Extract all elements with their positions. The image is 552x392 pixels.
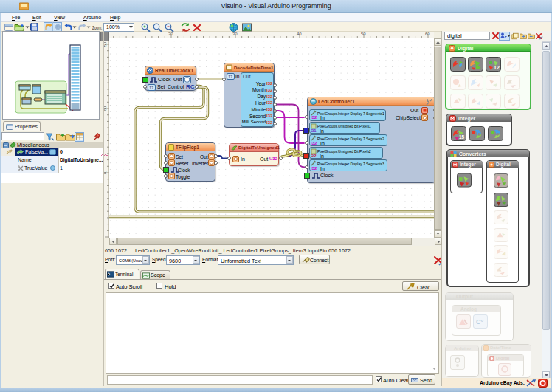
- svg-text:12: 12: [494, 65, 500, 70]
- svg-text:RC: RC: [186, 83, 195, 90]
- svg-text:17: 17: [149, 86, 153, 90]
- svg-text:15: 15: [459, 134, 465, 140]
- svg-text:C°: C°: [476, 318, 483, 326]
- svg-text:17: 17: [228, 75, 232, 79]
